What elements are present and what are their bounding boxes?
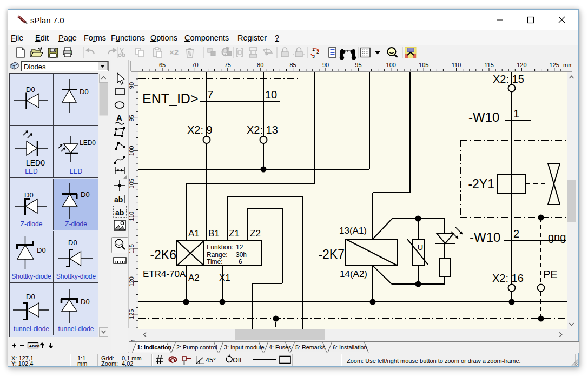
svg-text:10: 10 [265, 89, 277, 101]
svg-text:-2Y1: -2Y1 [468, 177, 494, 191]
svg-text:-W10: -W10 [468, 110, 499, 124]
svg-text:115: 115 [129, 244, 135, 254]
svg-text:6: 6 [239, 258, 242, 266]
svg-text:100: 100 [129, 146, 135, 156]
svg-text:1: 1 [513, 108, 519, 120]
svg-text:ab: ab [115, 208, 124, 217]
svg-text:110: 110 [452, 62, 461, 68]
svg-text:80: 80 [257, 62, 263, 68]
svg-text:ENT_ID>: ENT_ID> [142, 91, 199, 106]
svg-text:3: Input module: 3: Input module [224, 344, 264, 351]
svg-text:D0: D0 [68, 239, 77, 247]
svg-text:30h: 30h [236, 251, 247, 259]
svg-text:5: Remarks: 5: Remarks [295, 344, 326, 351]
svg-text:125: 125 [129, 309, 135, 319]
svg-text:ab: ab [114, 195, 123, 204]
svg-text:B1: B1 [208, 228, 220, 239]
svg-text:1: Indication: 1: Indication [137, 344, 172, 351]
svg-text:120: 120 [129, 276, 135, 286]
svg-text:A1: A1 [188, 228, 200, 239]
svg-text:Time:: Time: [207, 258, 223, 266]
svg-text:65: 65 [159, 62, 166, 68]
svg-text:95: 95 [355, 62, 361, 68]
svg-text:D0: D0 [81, 298, 90, 306]
svg-text:U: U [418, 242, 424, 252]
svg-text:X2: 13: X2: 13 [247, 124, 278, 136]
svg-text:6: Installation: 6: Installation [333, 344, 367, 351]
svg-text:A2: A2 [188, 273, 200, 283]
svg-text:70: 70 [191, 62, 198, 68]
svg-text:×2: ×2 [169, 48, 179, 57]
svg-text:3: 3 [312, 54, 315, 59]
svg-text:2: Pump control: 2: Pump control [176, 344, 217, 351]
svg-text:-W10: -W10 [470, 230, 500, 245]
svg-text:D0: D0 [80, 88, 89, 96]
svg-text:D0: D0 [81, 190, 90, 199]
svg-text:Z2: Z2 [250, 228, 261, 239]
svg-text:2: 2 [513, 228, 519, 240]
svg-text:Funktion:: Funktion: [207, 243, 233, 251]
svg-text:90: 90 [129, 82, 135, 89]
svg-text:95: 95 [129, 115, 135, 121]
svg-text:125: 125 [550, 62, 559, 68]
svg-text:115: 115 [484, 62, 494, 68]
svg-text:Abcd: Abcd [29, 344, 40, 348]
svg-text:D0: D0 [24, 191, 34, 199]
svg-text:14(A2): 14(A2) [340, 269, 367, 279]
svg-text:mm: mm [563, 62, 572, 68]
svg-text:85: 85 [289, 62, 296, 68]
svg-text:LED0: LED0 [80, 139, 96, 147]
svg-text:X2: 15: X2: 15 [493, 73, 524, 85]
svg-text:1: 1 [312, 47, 315, 52]
svg-text:X2: 9: X2: 9 [187, 124, 213, 136]
svg-text:7: 7 [207, 89, 213, 101]
svg-text:Off: Off [233, 357, 242, 364]
svg-text:90: 90 [322, 62, 329, 68]
svg-text:4: Fuses: 4: Fuses [269, 344, 292, 351]
svg-text:gng: gng [548, 231, 566, 243]
svg-text:100: 100 [386, 62, 396, 68]
svg-text:75: 75 [224, 62, 231, 68]
svg-text:Range:: Range: [207, 251, 228, 259]
svg-text:45°: 45° [206, 357, 216, 364]
svg-text:105: 105 [129, 179, 135, 188]
svg-text:X2: 16: X2: 16 [492, 272, 524, 284]
svg-text:D0: D0 [26, 85, 35, 94]
svg-text:-2K6: -2K6 [150, 248, 176, 262]
svg-text:105: 105 [419, 62, 428, 68]
svg-text:D0: D0 [37, 246, 46, 254]
svg-text:12: 12 [236, 243, 243, 251]
svg-text:PE: PE [543, 268, 558, 280]
svg-text:X1: X1 [219, 273, 230, 283]
svg-text:110: 110 [129, 212, 135, 221]
svg-text:120: 120 [517, 62, 526, 68]
svg-text:A: A [116, 113, 122, 122]
svg-text:Z1: Z1 [229, 228, 240, 239]
svg-text:LED0: LED0 [26, 159, 45, 167]
svg-text:ETR4-70A: ETR4-70A [143, 269, 186, 279]
svg-text:D0: D0 [26, 293, 35, 301]
svg-text:13(A1): 13(A1) [339, 226, 367, 236]
svg-text:-2K7: -2K7 [318, 247, 345, 261]
